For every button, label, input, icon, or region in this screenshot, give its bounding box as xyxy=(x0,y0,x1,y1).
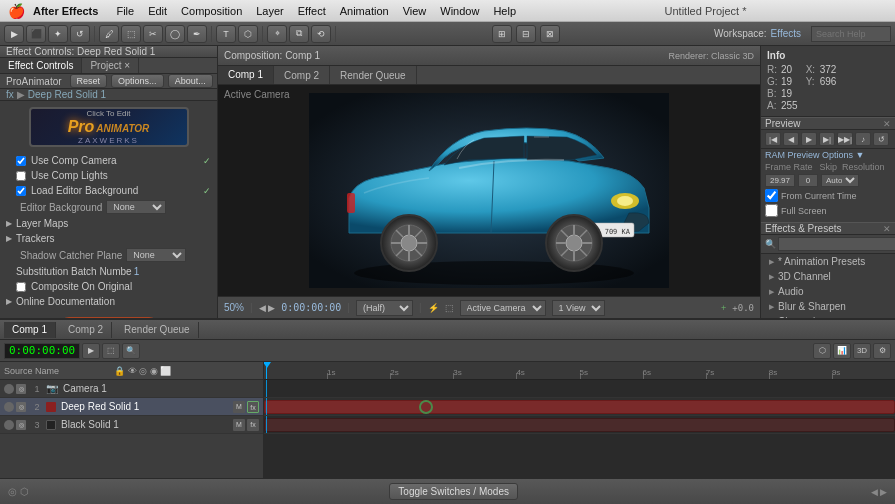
toolbar-btn-grid[interactable]: ⊟ xyxy=(516,25,536,43)
layer-vis-3[interactable]: ◎ xyxy=(16,420,26,430)
layer-2-kf[interactable]: fx xyxy=(247,401,259,413)
effects-item-3dchannel[interactable]: ▶ 3D Channel xyxy=(761,269,895,284)
tl-btn-motion[interactable]: ⬡ xyxy=(813,343,831,359)
effects-close[interactable]: ✕ xyxy=(883,224,891,234)
layer-3-kf[interactable]: fx xyxy=(247,419,259,431)
layer-row-3[interactable]: ◎ 3 Black Solid 1 M fx xyxy=(0,416,263,434)
preview-audio[interactable]: ♪ xyxy=(855,132,871,146)
camera-view-dropdown[interactable]: Active Camera xyxy=(460,300,546,316)
preview-prev-frame[interactable]: ◀ xyxy=(783,132,799,146)
preview-play[interactable]: ▶ xyxy=(801,132,817,146)
menu-edit[interactable]: Edit xyxy=(142,3,173,19)
menu-file[interactable]: File xyxy=(110,3,140,19)
layer-3-btn[interactable]: M xyxy=(233,419,245,431)
effects-search-input[interactable] xyxy=(778,237,895,251)
full-screen-checkbox[interactable] xyxy=(765,204,778,217)
tl-btn-ram[interactable]: ⬚ xyxy=(102,343,120,359)
reset-button[interactable]: Reset xyxy=(70,74,108,88)
menu-view[interactable]: View xyxy=(397,3,433,19)
preview-first-frame[interactable]: |◀ xyxy=(765,132,781,146)
substitution-num[interactable]: 1 xyxy=(134,266,140,277)
resolution-select[interactable]: Auto Full Half xyxy=(821,174,859,187)
tl-btn-search[interactable]: 🔍 xyxy=(122,343,140,359)
apple-menu[interactable]: 🍎 xyxy=(8,3,25,19)
toolbar-btn-2[interactable]: ⬛ xyxy=(26,25,46,43)
tab-effect-controls[interactable]: Effect Controls xyxy=(0,58,82,73)
toolbar-btn-guide[interactable]: ⊠ xyxy=(540,25,560,43)
tab-project[interactable]: Project × xyxy=(82,58,139,73)
options-button[interactable]: Options... xyxy=(111,74,164,88)
frame-rate-input[interactable] xyxy=(765,174,795,187)
timeline-timecode[interactable]: 0:00:00:00 xyxy=(4,343,80,359)
toolbar-btn-4[interactable]: ↺ xyxy=(70,25,90,43)
comp-tab-2[interactable]: Comp 2 xyxy=(274,66,330,84)
toolbar-btn-6[interactable]: ⬚ xyxy=(121,25,141,43)
menu-effect[interactable]: Effect xyxy=(292,3,332,19)
layer-eye-1[interactable] xyxy=(4,384,14,394)
toolbar-btn-3[interactable]: ✦ xyxy=(48,25,68,43)
toolbar-btn-13[interactable]: ⧉ xyxy=(289,25,309,43)
editor-bg-dropdown[interactable]: None xyxy=(106,200,166,214)
tl-btn-3d[interactable]: 3D xyxy=(853,343,871,359)
toolbar-btn-snap[interactable]: ⊞ xyxy=(492,25,512,43)
layer-row-1[interactable]: ◎ 1 📷 Camera 1 xyxy=(0,380,263,398)
toolbar-btn-8[interactable]: ◯ xyxy=(165,25,185,43)
menu-composition[interactable]: Composition xyxy=(175,3,248,19)
menu-layer[interactable]: Layer xyxy=(250,3,290,19)
layer-eye-3[interactable] xyxy=(4,420,14,430)
preview-loop[interactable]: ↺ xyxy=(873,132,889,146)
timeline-tab-2[interactable]: Comp 2 xyxy=(60,322,112,338)
effects-item-animation[interactable]: ▶ * Animation Presets xyxy=(761,254,895,269)
toolbar-btn-5[interactable]: 🖊 xyxy=(99,25,119,43)
use-comp-lights-checkbox[interactable] xyxy=(16,171,26,181)
tl-btn-settings[interactable]: ⚙ xyxy=(873,343,891,359)
resolution-dropdown[interactable]: (Half) Full Quarter xyxy=(356,300,413,316)
preview-last-frame[interactable]: ▶▶| xyxy=(837,132,853,146)
from-current-checkbox[interactable] xyxy=(765,189,778,202)
tl-btn-play[interactable]: ▶ xyxy=(82,343,100,359)
timeline-tab-render[interactable]: Render Queue xyxy=(116,322,199,338)
timecode[interactable]: 0:00:00:00 xyxy=(281,302,341,313)
toolbar-btn-9[interactable]: ✒ xyxy=(187,25,207,43)
effects-item-audio[interactable]: ▶ Audio xyxy=(761,284,895,299)
toolbar-btn-7[interactable]: ✂ xyxy=(143,25,163,43)
toolbar-btn-11[interactable]: ⬡ xyxy=(238,25,258,43)
track-bar-dark-red[interactable] xyxy=(264,418,895,432)
fast-preview-icon[interactable]: ⚡ xyxy=(428,303,439,313)
timeline-tab-1[interactable]: Comp 1 xyxy=(4,322,56,338)
toggle-switches-btn[interactable]: Toggle Switches / Modes xyxy=(389,483,518,500)
shadow-dropdown[interactable]: None xyxy=(126,248,186,262)
about-button[interactable]: About... xyxy=(168,74,213,88)
preview-next-frame[interactable]: ▶| xyxy=(819,132,835,146)
menu-help[interactable]: Help xyxy=(487,3,522,19)
menu-animation[interactable]: Animation xyxy=(334,3,395,19)
effects-item-blur[interactable]: ▶ Blur & Sharpen xyxy=(761,299,895,314)
pro-animator-logo[interactable]: Click To Edit Pro ANIMATOR ZAXWERKS xyxy=(29,107,189,147)
search-input[interactable] xyxy=(811,26,891,42)
comp-tab-render[interactable]: Render Queue xyxy=(330,66,417,84)
composite-checkbox[interactable] xyxy=(16,282,26,292)
track-bar-red[interactable] xyxy=(264,400,895,414)
layer-row-2[interactable]: ◎ 2 Deep Red Solid 1 M fx xyxy=(0,398,263,416)
toolbar-btn-12[interactable]: ⌖ xyxy=(267,25,287,43)
comp-tab-1[interactable]: Comp 1 xyxy=(218,66,274,84)
breadcrumb-layer[interactable]: Deep Red Solid 1 xyxy=(28,89,106,100)
preview-close[interactable]: ✕ xyxy=(883,119,891,129)
breadcrumb-fx[interactable]: fx xyxy=(6,89,14,100)
tl-btn-graph[interactable]: 📊 xyxy=(833,343,851,359)
use-comp-camera-checkbox[interactable] xyxy=(16,156,26,166)
layer-vis-2[interactable]: ◎ xyxy=(16,402,26,412)
layer-maps-section[interactable]: ▶ Layer Maps xyxy=(0,216,217,231)
menu-window[interactable]: Window xyxy=(434,3,485,19)
zoom-level[interactable]: 50% xyxy=(224,302,244,313)
load-editor-bg-checkbox[interactable] xyxy=(16,186,26,196)
views-dropdown[interactable]: 1 View xyxy=(552,300,605,316)
layer-vis-1[interactable]: ◎ xyxy=(16,384,26,394)
online-docs-btn[interactable]: ONLINE DOCS xyxy=(59,317,159,318)
trackers-section[interactable]: ▶ Trackers xyxy=(0,231,217,246)
region-icon[interactable]: ⬚ xyxy=(445,303,454,313)
effects-item-channel[interactable]: ▶ Channel xyxy=(761,314,895,318)
online-docs-section[interactable]: ▶ Online Documentation xyxy=(0,294,217,309)
toolbar-btn-14[interactable]: ⟲ xyxy=(311,25,331,43)
workspace-value[interactable]: Effects xyxy=(771,28,801,39)
